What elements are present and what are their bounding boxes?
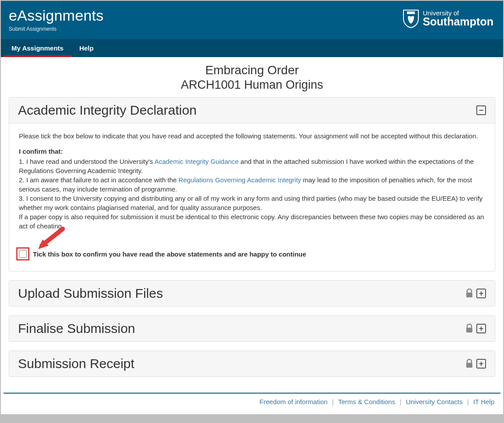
assignment-title: Embracing Order — [9, 63, 495, 77]
expand-icon[interactable]: + — [476, 359, 486, 369]
declaration-checkbox-row: Tick this box to confirm you have read t… — [19, 247, 485, 260]
expand-icon[interactable]: + — [476, 324, 486, 333]
svg-rect-2 — [466, 328, 472, 333]
svg-rect-0 — [407, 11, 415, 14]
declaration-checkbox[interactable] — [19, 250, 27, 258]
panel-receipt-header[interactable]: Submission Receipt + — [9, 351, 495, 376]
panel-finalise: Finalise Submission + — [9, 315, 495, 342]
footer-link-terms[interactable]: Terms & Conditions — [338, 398, 395, 405]
svg-rect-3 — [466, 363, 472, 368]
declaration-item-1: 1. I have read and understood the Univer… — [19, 157, 485, 175]
svg-rect-1 — [466, 293, 472, 297]
declaration-paper-note: If a paper copy is also required for sub… — [19, 212, 485, 231]
university-logo: University of Southampton — [403, 9, 493, 28]
declaration-item-2: 2. I am aware that failure to act in acc… — [19, 175, 485, 194]
panel-finalise-title: Finalise Submission — [18, 321, 135, 336]
panel-receipt-title: Submission Receipt — [18, 356, 134, 371]
page-heading: Embracing Order ARCH1001 Human Origins — [9, 63, 495, 92]
declaration-intro: Please tick the box below to indicate th… — [19, 131, 485, 141]
link-regulations[interactable]: Regulations Governing Academic Integrity — [179, 176, 301, 184]
main-nav: My Assignments Help — [1, 39, 503, 57]
panel-upload: Upload Submission Files + — [9, 280, 495, 307]
expand-icon[interactable]: + — [476, 289, 486, 298]
panel-receipt: Submission Receipt + — [9, 351, 495, 377]
lock-icon — [465, 359, 474, 369]
footer-link-it-help[interactable]: IT Help — [473, 398, 494, 405]
panel-upload-title: Upload Submission Files — [18, 286, 163, 301]
module-title: ARCH1001 Human Origins — [9, 78, 495, 92]
panel-finalise-header[interactable]: Finalise Submission + — [9, 316, 495, 341]
panel-declaration-header[interactable]: Academic Integrity Declaration − — [9, 98, 495, 123]
link-academic-integrity-guidance[interactable]: Academic Integrity Guidance — [155, 158, 239, 165]
panel-declaration: Academic Integrity Declaration − Please … — [9, 97, 495, 271]
lock-icon — [465, 324, 474, 333]
footer-link-contacts[interactable]: University Contacts — [406, 398, 462, 405]
footer: Freedom of information | Terms & Conditi… — [1, 394, 503, 414]
nav-my-assignments[interactable]: My Assignments — [4, 39, 72, 57]
shield-icon — [403, 9, 419, 28]
panel-declaration-body: Please tick the box below to indicate th… — [9, 123, 495, 271]
panel-declaration-title: Academic Integrity Declaration — [18, 103, 197, 118]
declaration-item-3: 3. I consent to the University copying a… — [19, 194, 485, 212]
logo-text-line2: Southampton — [423, 16, 493, 27]
declaration-confirm-head: I confirm that: — [19, 147, 485, 156]
panel-upload-header[interactable]: Upload Submission Files + — [9, 281, 495, 306]
collapse-icon[interactable]: − — [476, 105, 486, 115]
app-header: eAssignments Submit Assignments Universi… — [1, 1, 503, 57]
footer-link-foi[interactable]: Freedom of information — [259, 398, 328, 405]
declaration-checkbox-label: Tick this box to confirm you have read t… — [33, 249, 306, 259]
nav-help[interactable]: Help — [72, 39, 102, 57]
declaration-checkbox-highlight — [16, 247, 29, 260]
lock-icon — [465, 289, 474, 298]
